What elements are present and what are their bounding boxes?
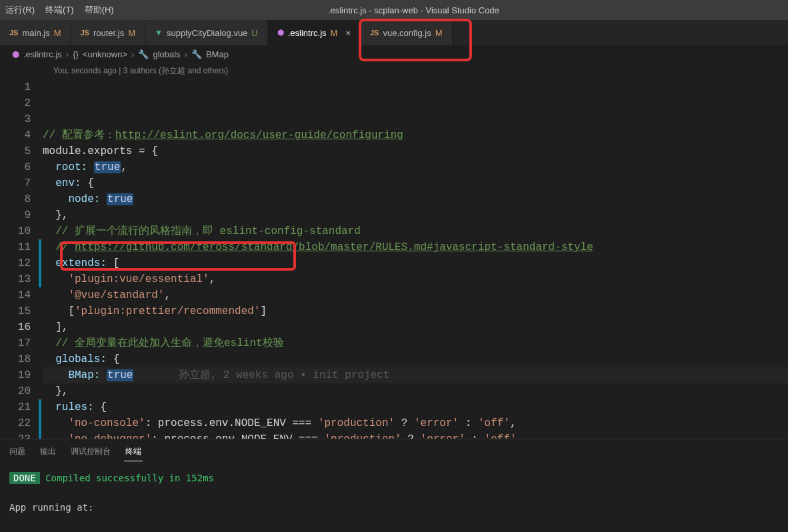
code-line[interactable]: // 全局变量在此处加入生命，避免eslint校验	[43, 335, 788, 351]
line-number: 12	[0, 255, 31, 271]
js-icon: JS	[9, 29, 18, 37]
line-gutter: 1234567891011121314151617181920212223	[0, 79, 43, 439]
file-icon: ⬢	[12, 49, 19, 59]
bc-file[interactable]: .eslintrc.js	[23, 49, 62, 59]
tab-status: U	[251, 28, 257, 38]
tab-main-js[interactable]: JS main.js M	[0, 20, 71, 45]
code-line[interactable]: env: {	[43, 175, 788, 191]
line-number: 17	[0, 335, 31, 351]
bc-seg2[interactable]: globals	[153, 49, 180, 59]
menu-run[interactable]: 运行(R)	[0, 4, 40, 16]
bc-wrench-icon: 🔧	[191, 49, 202, 59]
panel-tab-2[interactable]: 调试控制台	[69, 443, 112, 461]
line-number: 9	[0, 207, 31, 223]
modified-indicator	[39, 239, 41, 287]
tab-label: router.js	[93, 28, 124, 38]
code-line[interactable]: ['plugin:prettier/recommended']	[43, 303, 788, 319]
app-running-line: App running at:	[9, 500, 779, 515]
line-number: 13	[0, 271, 31, 287]
line-number: 22	[0, 415, 31, 431]
terminal-output[interactable]: DONE Compiled successfully in 152ms App …	[0, 461, 788, 532]
breadcrumb[interactable]: ⬢ .eslintrc.js › {} <unknown> › 🔧 global…	[0, 45, 788, 63]
code-line[interactable]: },	[43, 383, 788, 399]
line-number: 18	[0, 351, 31, 367]
chevron-icon: ›	[185, 49, 187, 59]
panel-tab-1[interactable]: 输出	[39, 443, 57, 461]
menubar: 运行(R) 终端(T) 帮助(H) .eslintrc.js - scplan-…	[0, 0, 788, 20]
line-number: 19	[0, 367, 31, 383]
line-number: 3	[0, 111, 31, 127]
line-number: 5	[0, 143, 31, 159]
tab-status: M	[435, 28, 443, 38]
done-badge: DONE	[9, 472, 40, 484]
line-number: 1	[0, 79, 31, 95]
menu-help[interactable]: 帮助(H)	[79, 4, 119, 16]
tab-label: .eslintrc.js	[288, 28, 327, 38]
compile-message-text: Compiled successfully in 152ms	[45, 473, 214, 483]
code-line[interactable]: module.exports = {	[43, 143, 788, 159]
line-number: 7	[0, 175, 31, 191]
code-line[interactable]: extends: [	[43, 255, 788, 271]
line-number: 4	[0, 127, 31, 143]
modified-indicator	[39, 399, 41, 439]
line-number: 15	[0, 303, 31, 319]
tab-status: M	[331, 28, 338, 38]
gitlens-annotation[interactable]: You, seconds ago | 3 authors (孙立超 and ot…	[0, 63, 788, 79]
code-line[interactable]: rules: {	[43, 399, 788, 415]
panel-tabs: 问题输出调试控制台终端	[0, 439, 788, 461]
code-line[interactable]: // 扩展一个流行的风格指南，即 eslint-config-standard	[43, 223, 788, 239]
code-line[interactable]: },	[43, 207, 788, 223]
code-area[interactable]: // 配置参考：http://eslint.org/docs/user-guid…	[43, 79, 788, 439]
code-line[interactable]: '@vue/standard',	[43, 287, 788, 303]
tab-label: vue.config.js	[383, 28, 431, 38]
line-number: 6	[0, 159, 31, 175]
window-title: .eslintrc.js - scplan-web - Visual Studi…	[119, 5, 708, 15]
code-line[interactable]: // 配置参考：http://eslint.org/docs/user-guid…	[43, 127, 788, 143]
tab-status: M	[128, 28, 135, 38]
tab-supplyCityDialog-vue[interactable]: ▼ supplyCityDialog.vue U	[145, 20, 268, 45]
code-line[interactable]: 'no-debugger': process.env.NODE_ENV === …	[43, 431, 788, 439]
line-number: 20	[0, 383, 31, 399]
chevron-icon: ›	[131, 49, 134, 59]
line-number: 16	[0, 319, 31, 335]
tab-label: main.js	[22, 28, 49, 38]
tab-status: M	[54, 28, 61, 38]
line-number: 23	[0, 431, 31, 439]
code-line[interactable]: node: true	[43, 191, 788, 207]
chevron-icon: ›	[66, 49, 69, 59]
line-number: 11	[0, 239, 31, 255]
js-icon: JS	[370, 29, 379, 37]
bc-seg3[interactable]: BMap	[206, 49, 229, 59]
bc-symbol-icon: {}	[73, 49, 79, 59]
line-number: 10	[0, 223, 31, 239]
tab-router-js[interactable]: JS router.js M	[71, 20, 146, 45]
tab-vue-config-js[interactable]: JS vue.config.js M	[361, 20, 453, 45]
tab-label: supplyCityDialog.vue	[167, 28, 247, 38]
line-number: 2	[0, 95, 31, 111]
code-line[interactable]: globals: {	[43, 351, 788, 367]
panel-tab-3[interactable]: 终端	[124, 443, 143, 461]
bc-wrench-icon: 🔧	[138, 49, 149, 59]
bottom-panel: 问题输出调试控制台终端 DONE Compiled successfully i…	[0, 439, 788, 532]
line-number: 21	[0, 399, 31, 415]
editor-tabs: JS main.js MJS router.js M▼ supplyCityDi…	[0, 20, 788, 45]
line-number: 8	[0, 191, 31, 207]
code-line[interactable]: ],	[43, 319, 788, 335]
bc-seg1[interactable]: <unknown>	[83, 49, 127, 59]
config-icon: ⬢	[277, 28, 284, 37]
code-line[interactable]: 'no-console': process.env.NODE_ENV === '…	[43, 415, 788, 431]
code-editor[interactable]: 1234567891011121314151617181920212223 //…	[0, 79, 788, 439]
close-icon[interactable]: ×	[345, 28, 351, 38]
code-line[interactable]: root: true,	[43, 159, 788, 175]
code-line[interactable]: BMap: true 孙立超, 2 weeks ago • init proje…	[43, 367, 788, 383]
line-number: 14	[0, 287, 31, 303]
code-line[interactable]: 'plugin:vue/essential',	[43, 271, 788, 287]
tab--eslintrc-js[interactable]: ⬢ .eslintrc.js M ×	[268, 20, 361, 45]
menu-terminal[interactable]: 终端(T)	[40, 4, 79, 16]
vue-icon: ▼	[155, 28, 163, 37]
code-line[interactable]: // https://github.com/feross/standard/bl…	[43, 239, 788, 255]
panel-tab-0[interactable]: 问题	[8, 443, 27, 461]
js-icon: JS	[81, 29, 89, 37]
